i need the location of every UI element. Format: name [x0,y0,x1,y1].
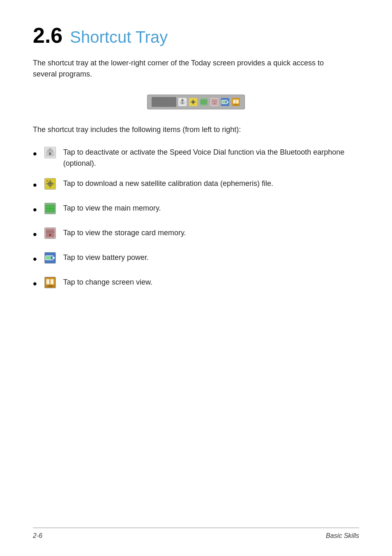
footer-chapter: Basic Skills [326,532,359,540]
intro-paragraph: The shortcut tray at the lower-right cor… [33,58,337,80]
svg-text:×: × [214,102,215,105]
bullet-dot: • [33,226,37,243]
list-item: • Tap to change screen view. [33,277,359,292]
page-footer: 2-6 Basic Skills [33,528,359,540]
section-title: Shortcut Tray [70,29,168,45]
bluetooth-icon: B [44,147,56,158]
tray-bluetooth-icon: B [178,97,187,107]
svg-rect-22 [222,101,226,103]
screen-view-icon [44,277,56,288]
item-text-5: Tap to view battery power. [63,252,359,263]
main-memory-icon [44,203,56,214]
svg-rect-14 [204,100,206,104]
svg-text:B: B [49,152,51,156]
list-item: • Tap to view battery power. [33,252,359,268]
tray-spacer [152,97,176,107]
svg-rect-13 [201,100,203,104]
bullet-dot: • [33,250,37,268]
tray-storage-icon: × [210,97,219,107]
svg-point-38 [46,180,48,182]
list-item: • × Tap to view the storage card memory. [33,227,359,243]
section-heading: 2.6 Shortcut Tray [33,25,359,46]
svg-rect-54 [46,279,49,284]
svg-rect-56 [48,285,52,287]
battery-icon [44,252,56,264]
item-text-6: Tap to change screen view. [63,277,359,288]
svg-text:×: × [49,233,51,237]
svg-rect-50 [53,257,55,259]
bullet-dot: • [33,176,37,194]
item-text-4: Tap to view the storage card memory. [63,227,359,239]
svg-rect-26 [236,100,238,103]
bullet-dot: • [33,275,37,292]
tray-battery-icon [221,97,230,107]
svg-rect-21 [227,102,228,103]
svg-rect-55 [51,279,53,284]
tray-memory-icon [199,97,208,107]
list-item: • Tap to view the main memory. [33,203,359,218]
svg-rect-25 [233,100,235,103]
list-item: • B Tap to deactivate or activate the Sp… [33,147,359,169]
svg-rect-31 [49,148,51,151]
list-item: • Tap to download a new satellite calibr… [33,178,359,194]
svg-rect-27 [234,104,238,105]
svg-text:B: B [182,102,184,104]
svg-point-4 [182,100,183,101]
bullet-list: • B Tap to deactivate or activate the Sp… [33,147,359,292]
storage-card-icon: × [44,227,56,239]
tray-image-container: B [33,95,359,109]
svg-point-10 [193,102,194,103]
footer-page-number: 2-6 [33,532,42,540]
svg-rect-51 [46,256,51,259]
svg-point-37 [49,183,51,185]
bullet-dot: • [33,145,37,162]
list-header: The shortcut tray includes the following… [33,124,359,135]
tray-screen-icon [231,97,240,107]
section-number: 2.6 [33,25,62,46]
item-text-3: Tap to view the main memory. [63,203,359,214]
tray-satellite-icon [189,97,198,107]
item-text-2: Tap to download a new satellite calibrat… [63,178,359,189]
satellite-icon [44,178,56,190]
item-text-1: Tap to deactivate or activate the Speed … [63,147,359,169]
page: 2.6 Shortcut Tray The shortcut tray at t… [0,0,392,556]
bullet-dot: • [33,201,37,218]
tray-image: B [147,95,245,109]
